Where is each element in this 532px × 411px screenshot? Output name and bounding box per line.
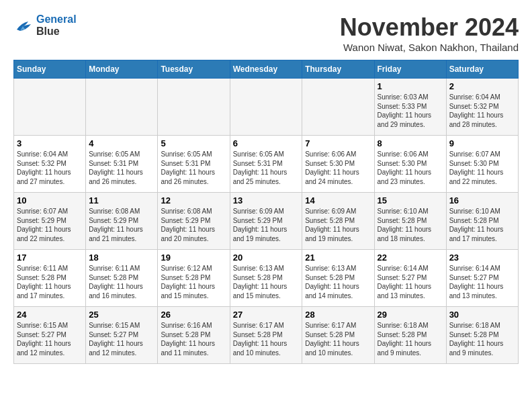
calendar-cell: 15Sunrise: 6:10 AMSunset: 5:28 PMDayligh…	[374, 193, 446, 250]
col-header-monday: Monday	[86, 60, 158, 79]
calendar-cell: 11Sunrise: 6:08 AMSunset: 5:29 PMDayligh…	[86, 193, 158, 250]
logo: General Blue	[13, 13, 77, 38]
day-number: 2	[449, 81, 515, 91]
day-info: Sunrise: 6:18 AMSunset: 5:28 PMDaylight:…	[449, 321, 515, 357]
day-number: 25	[89, 310, 154, 320]
calendar-cell: 13Sunrise: 6:09 AMSunset: 5:29 PMDayligh…	[230, 193, 302, 250]
title-section: November 2024 Wanon Niwat, Sakon Nakhon,…	[340, 13, 519, 53]
calendar-cell	[14, 79, 86, 136]
day-info: Sunrise: 6:17 AMSunset: 5:28 PMDaylight:…	[305, 321, 371, 357]
day-number: 9	[449, 138, 515, 148]
day-info: Sunrise: 6:10 AMSunset: 5:28 PMDaylight:…	[378, 207, 443, 243]
day-number: 28	[305, 310, 371, 320]
calendar-week-row: 24Sunrise: 6:15 AMSunset: 5:27 PMDayligh…	[14, 307, 519, 364]
day-number: 26	[161, 310, 226, 320]
calendar-cell: 6Sunrise: 6:05 AMSunset: 5:31 PMDaylight…	[230, 136, 302, 193]
calendar-cell: 4Sunrise: 6:05 AMSunset: 5:31 PMDaylight…	[86, 136, 158, 193]
logo-icon	[13, 17, 34, 34]
calendar-cell: 28Sunrise: 6:17 AMSunset: 5:28 PMDayligh…	[302, 307, 374, 364]
calendar-cell: 18Sunrise: 6:11 AMSunset: 5:28 PMDayligh…	[86, 250, 158, 307]
day-info: Sunrise: 6:07 AMSunset: 5:30 PMDaylight:…	[449, 150, 515, 186]
day-info: Sunrise: 6:13 AMSunset: 5:28 PMDaylight:…	[305, 264, 371, 300]
col-header-saturday: Saturday	[446, 60, 518, 79]
calendar-week-row: 3Sunrise: 6:04 AMSunset: 5:32 PMDaylight…	[14, 136, 519, 193]
day-info: Sunrise: 6:09 AMSunset: 5:28 PMDaylight:…	[305, 207, 371, 243]
col-header-wednesday: Wednesday	[230, 60, 302, 79]
calendar-cell: 5Sunrise: 6:05 AMSunset: 5:31 PMDaylight…	[158, 136, 230, 193]
day-info: Sunrise: 6:14 AMSunset: 5:27 PMDaylight:…	[449, 264, 515, 300]
calendar-cell	[86, 79, 158, 136]
day-info: Sunrise: 6:08 AMSunset: 5:29 PMDaylight:…	[161, 207, 226, 243]
day-info: Sunrise: 6:04 AMSunset: 5:32 PMDaylight:…	[17, 150, 83, 186]
day-number: 20	[233, 253, 300, 263]
day-number: 1	[378, 81, 443, 91]
calendar-cell: 3Sunrise: 6:04 AMSunset: 5:32 PMDaylight…	[14, 136, 86, 193]
col-header-sunday: Sunday	[14, 60, 86, 79]
calendar-cell: 29Sunrise: 6:18 AMSunset: 5:28 PMDayligh…	[374, 307, 446, 364]
day-info: Sunrise: 6:08 AMSunset: 5:29 PMDaylight:…	[89, 207, 154, 243]
calendar-cell: 1Sunrise: 6:03 AMSunset: 5:33 PMDaylight…	[374, 79, 446, 136]
day-number: 10	[17, 195, 83, 205]
day-number: 30	[449, 310, 515, 320]
day-info: Sunrise: 6:14 AMSunset: 5:27 PMDaylight:…	[378, 264, 443, 300]
day-info: Sunrise: 6:15 AMSunset: 5:27 PMDaylight:…	[89, 321, 154, 357]
page-header: General Blue November 2024 Wanon Niwat, …	[13, 13, 519, 53]
calendar-week-row: 10Sunrise: 6:07 AMSunset: 5:29 PMDayligh…	[14, 193, 519, 250]
day-info: Sunrise: 6:04 AMSunset: 5:32 PMDaylight:…	[449, 93, 515, 129]
day-info: Sunrise: 6:13 AMSunset: 5:28 PMDaylight:…	[233, 264, 300, 300]
day-info: Sunrise: 6:11 AMSunset: 5:28 PMDaylight:…	[89, 264, 154, 300]
day-number: 13	[233, 195, 300, 205]
calendar-header-row: SundayMondayTuesdayWednesdayThursdayFrid…	[14, 60, 519, 79]
calendar-cell	[230, 79, 302, 136]
calendar-cell: 7Sunrise: 6:06 AMSunset: 5:30 PMDaylight…	[302, 136, 374, 193]
col-header-tuesday: Tuesday	[158, 60, 230, 79]
day-number: 3	[17, 138, 83, 148]
calendar-cell: 21Sunrise: 6:13 AMSunset: 5:28 PMDayligh…	[302, 250, 374, 307]
day-number: 17	[17, 253, 83, 263]
calendar-cell: 22Sunrise: 6:14 AMSunset: 5:27 PMDayligh…	[374, 250, 446, 307]
calendar-cell: 10Sunrise: 6:07 AMSunset: 5:29 PMDayligh…	[14, 193, 86, 250]
calendar-cell: 30Sunrise: 6:18 AMSunset: 5:28 PMDayligh…	[446, 307, 518, 364]
day-number: 15	[378, 195, 443, 205]
calendar-cell: 24Sunrise: 6:15 AMSunset: 5:27 PMDayligh…	[14, 307, 86, 364]
calendar-cell: 25Sunrise: 6:15 AMSunset: 5:27 PMDayligh…	[86, 307, 158, 364]
calendar-cell: 23Sunrise: 6:14 AMSunset: 5:27 PMDayligh…	[446, 250, 518, 307]
day-number: 16	[449, 195, 515, 205]
calendar-cell: 27Sunrise: 6:17 AMSunset: 5:28 PMDayligh…	[230, 307, 302, 364]
day-number: 11	[89, 195, 154, 205]
day-number: 12	[161, 195, 226, 205]
calendar-cell: 14Sunrise: 6:09 AMSunset: 5:28 PMDayligh…	[302, 193, 374, 250]
calendar-cell: 17Sunrise: 6:11 AMSunset: 5:28 PMDayligh…	[14, 250, 86, 307]
calendar-cell: 12Sunrise: 6:08 AMSunset: 5:29 PMDayligh…	[158, 193, 230, 250]
day-info: Sunrise: 6:11 AMSunset: 5:28 PMDaylight:…	[17, 264, 83, 300]
calendar-week-row: 1Sunrise: 6:03 AMSunset: 5:33 PMDaylight…	[14, 79, 519, 136]
calendar-week-row: 17Sunrise: 6:11 AMSunset: 5:28 PMDayligh…	[14, 250, 519, 307]
day-info: Sunrise: 6:07 AMSunset: 5:29 PMDaylight:…	[17, 207, 83, 243]
day-info: Sunrise: 6:09 AMSunset: 5:29 PMDaylight:…	[233, 207, 300, 243]
month-title: November 2024	[340, 13, 519, 42]
col-header-thursday: Thursday	[302, 60, 374, 79]
day-number: 7	[305, 138, 371, 148]
location-subtitle: Wanon Niwat, Sakon Nakhon, Thailand	[340, 42, 519, 53]
day-number: 19	[161, 253, 226, 263]
day-number: 21	[305, 253, 371, 263]
calendar-cell	[302, 79, 374, 136]
calendar-cell: 8Sunrise: 6:06 AMSunset: 5:30 PMDaylight…	[374, 136, 446, 193]
day-info: Sunrise: 6:06 AMSunset: 5:30 PMDaylight:…	[305, 150, 371, 186]
day-info: Sunrise: 6:17 AMSunset: 5:28 PMDaylight:…	[233, 321, 300, 357]
day-info: Sunrise: 6:05 AMSunset: 5:31 PMDaylight:…	[161, 150, 226, 186]
calendar-cell: 16Sunrise: 6:10 AMSunset: 5:28 PMDayligh…	[446, 193, 518, 250]
day-info: Sunrise: 6:16 AMSunset: 5:28 PMDaylight:…	[161, 321, 226, 357]
calendar-cell: 9Sunrise: 6:07 AMSunset: 5:30 PMDaylight…	[446, 136, 518, 193]
day-info: Sunrise: 6:10 AMSunset: 5:28 PMDaylight:…	[449, 207, 515, 243]
day-number: 18	[89, 253, 154, 263]
day-info: Sunrise: 6:05 AMSunset: 5:31 PMDaylight:…	[233, 150, 300, 186]
day-number: 4	[89, 138, 154, 148]
calendar-cell	[158, 79, 230, 136]
day-number: 24	[17, 310, 83, 320]
logo-text: General Blue	[36, 13, 77, 38]
day-number: 8	[378, 138, 443, 148]
day-info: Sunrise: 6:15 AMSunset: 5:27 PMDaylight:…	[17, 321, 83, 357]
day-number: 14	[305, 195, 371, 205]
calendar-cell: 19Sunrise: 6:12 AMSunset: 5:28 PMDayligh…	[158, 250, 230, 307]
